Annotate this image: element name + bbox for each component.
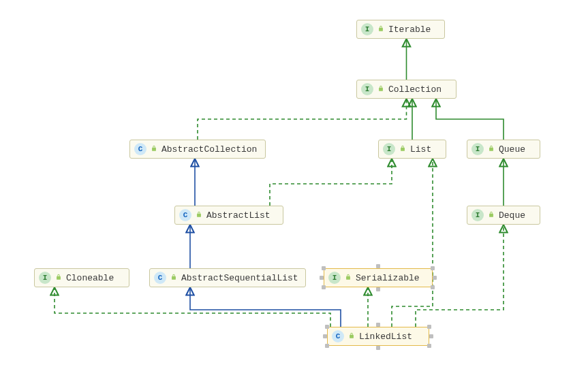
node-label: Collection [388, 84, 442, 95]
node-label: Iterable [388, 25, 431, 35]
node-linkedList[interactable]: CLinkedList [327, 327, 429, 346]
node-label: LinkedList [359, 332, 412, 342]
lock-icon [488, 144, 495, 155]
node-abstractList[interactable]: CAbstractList [174, 206, 283, 225]
node-label: List [410, 144, 431, 155]
interface-icon: I [39, 272, 51, 284]
interface-icon: I [383, 143, 395, 155]
node-label: Serializable [356, 273, 420, 283]
node-label: AbstractCollection [161, 144, 257, 155]
node-label: AbstractSequentialList [181, 273, 298, 283]
lock-icon [399, 144, 406, 155]
selection-handle[interactable] [325, 344, 329, 348]
diagram-canvas[interactable]: IIterableICollectionCAbstractCollectionI… [0, 0, 588, 369]
selection-handle[interactable] [431, 266, 435, 270]
interface-icon: I [471, 209, 484, 221]
class-icon: C [134, 143, 146, 155]
selection-handle[interactable] [431, 285, 435, 289]
selection-handle[interactable] [427, 344, 431, 348]
selection-handle[interactable] [376, 346, 380, 350]
node-collection[interactable]: ICollection [356, 80, 457, 99]
node-iterable[interactable]: IIterable [356, 20, 445, 39]
node-abstractCollection[interactable]: CAbstractCollection [129, 140, 266, 159]
lock-icon [151, 144, 157, 155]
selection-handle[interactable] [376, 264, 380, 268]
node-serializable[interactable]: ISerializable [324, 268, 433, 287]
node-queue[interactable]: IQueue [467, 140, 540, 159]
selection-handle[interactable] [325, 325, 329, 329]
selection-handle[interactable] [429, 334, 433, 338]
interface-icon: I [361, 23, 373, 35]
node-label: Queue [499, 144, 525, 155]
lock-icon [196, 210, 202, 221]
interface-icon: I [471, 143, 484, 155]
lock-icon [377, 25, 384, 35]
lock-icon [170, 273, 177, 283]
lock-icon [348, 332, 355, 342]
node-list[interactable]: IList [378, 140, 446, 159]
selection-handle[interactable] [320, 276, 324, 280]
selection-handle[interactable] [376, 323, 380, 327]
selection-handle[interactable] [323, 334, 327, 338]
selection-handle[interactable] [376, 287, 380, 291]
lock-icon [488, 210, 495, 221]
class-icon: C [332, 330, 344, 342]
node-label: Cloneable [66, 273, 114, 283]
node-label: AbstractList [206, 210, 270, 221]
selection-handle[interactable] [427, 325, 431, 329]
interface-icon: I [361, 83, 373, 95]
lock-icon [55, 273, 62, 283]
node-deque[interactable]: IDeque [467, 206, 540, 225]
selection-handle[interactable] [322, 266, 326, 270]
class-icon: C [179, 209, 191, 221]
class-icon: C [154, 272, 166, 284]
lock-icon [345, 273, 352, 283]
selection-handle[interactable] [433, 276, 437, 280]
lock-icon [377, 84, 384, 95]
interface-icon: I [328, 272, 341, 284]
node-label: Deque [499, 210, 525, 221]
selection-handle[interactable] [322, 285, 326, 289]
node-abstractSeqList[interactable]: CAbstractSequentialList [149, 268, 306, 287]
node-cloneable[interactable]: ICloneable [34, 268, 129, 287]
